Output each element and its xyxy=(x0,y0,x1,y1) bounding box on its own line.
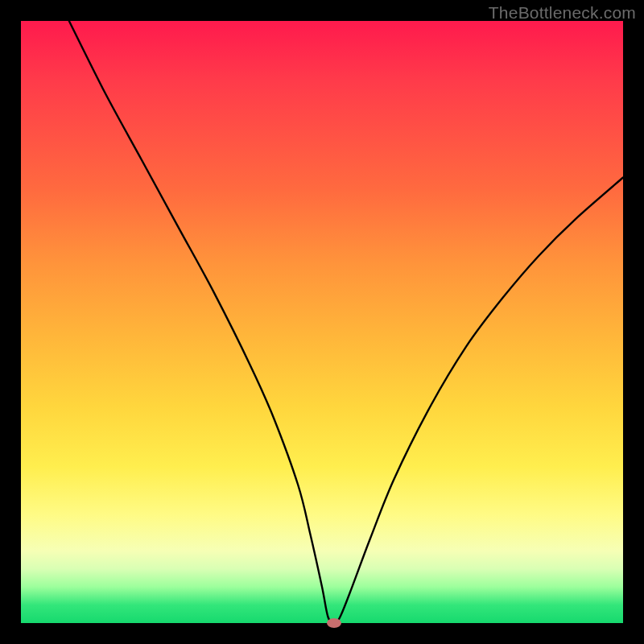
watermark-text: TheBottleneck.com xyxy=(489,3,636,23)
chart-frame: TheBottleneck.com xyxy=(0,0,644,644)
plot-area xyxy=(21,21,623,623)
bottleneck-curve xyxy=(69,21,623,623)
minimum-marker xyxy=(327,618,341,628)
curve-svg xyxy=(21,21,623,623)
